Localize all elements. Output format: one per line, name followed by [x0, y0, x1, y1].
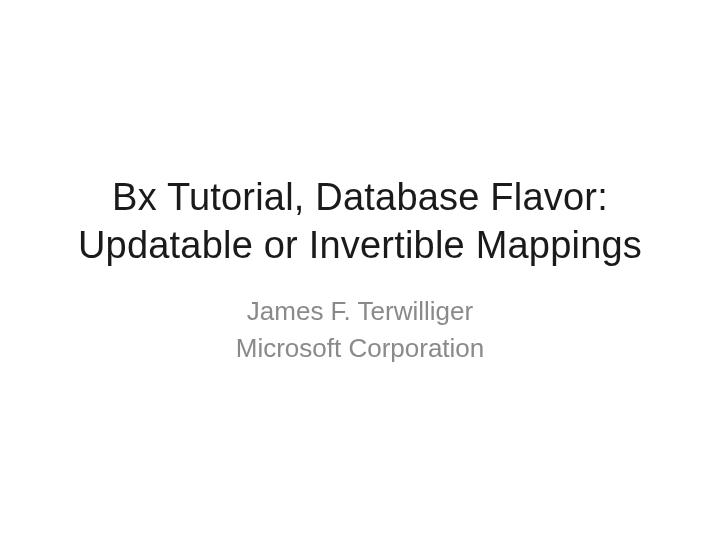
title-line-2: Updatable or Invertible Mappings	[78, 224, 642, 266]
author-affiliation: Microsoft Corporation	[60, 330, 660, 366]
title-line-1: Bx Tutorial, Database Flavor:	[112, 176, 608, 218]
slide-title-container: Bx Tutorial, Database Flavor: Updatable …	[0, 174, 720, 366]
slide-subtitle: James F. Terwilliger Microsoft Corporati…	[60, 293, 660, 366]
author-name: James F. Terwilliger	[60, 293, 660, 329]
slide-title: Bx Tutorial, Database Flavor: Updatable …	[60, 174, 660, 269]
